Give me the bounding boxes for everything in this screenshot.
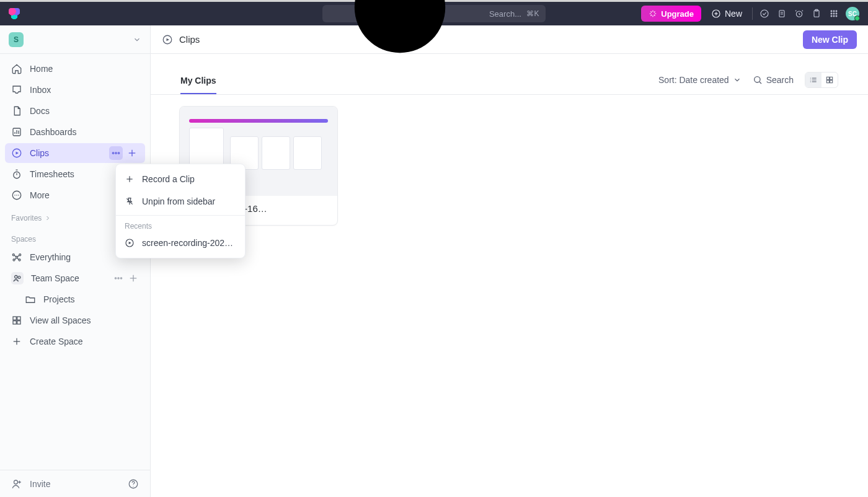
nav-docs[interactable]: Docs: [5, 101, 145, 121]
view-all-spaces[interactable]: View all Spaces: [5, 310, 145, 330]
nav-label: More: [30, 190, 50, 200]
inbox-icon: [11, 84, 22, 95]
svg-point-24: [115, 152, 117, 154]
svg-point-5: [761, 10, 768, 17]
nav-label: Docs: [30, 106, 50, 116]
space-projects[interactable]: Projects: [5, 289, 145, 309]
global-search[interactable]: Search... ⌘K: [322, 5, 546, 22]
workspace-avatar: S: [9, 32, 24, 47]
svg-point-19: [833, 15, 835, 17]
svg-point-34: [12, 254, 14, 256]
toolbar-right: Sort: Date created Search: [658, 72, 838, 94]
nav-dashboards[interactable]: Dashboards: [5, 122, 145, 142]
svg-rect-46: [17, 317, 20, 320]
svg-point-41: [118, 278, 119, 279]
search-icon: [329, 0, 484, 91]
apps-grid-icon[interactable]: [828, 8, 839, 19]
new-clip-button[interactable]: New Clip: [803, 30, 857, 49]
clips-icon: [11, 147, 22, 159]
new-button[interactable]: New: [707, 6, 746, 22]
space-label: Team Space: [31, 273, 79, 283]
dots-horizontal-icon[interactable]: [113, 273, 124, 284]
nav-home[interactable]: Home: [5, 59, 145, 79]
svg-rect-65: [826, 81, 829, 83]
section-label: Favorites: [11, 214, 42, 222]
svg-point-18: [831, 15, 832, 17]
user-avatar[interactable]: SC: [846, 7, 859, 20]
svg-point-0: [355, 0, 445, 53]
svg-point-31: [16, 195, 17, 196]
top-bar: Search... ⌘K Upgrade New SC: [0, 2, 868, 25]
workspace-switcher[interactable]: S: [0, 25, 150, 54]
add-clip-button[interactable]: [125, 146, 139, 160]
people-icon: [11, 272, 24, 284]
list-view-button[interactable]: [805, 73, 822, 87]
svg-point-55: [754, 77, 760, 82]
svg-point-23: [112, 152, 113, 154]
folder-icon: [25, 294, 36, 305]
svg-point-33: [16, 257, 18, 258]
invite-button[interactable]: Invite: [30, 479, 50, 489]
view-toggle: [805, 72, 838, 88]
svg-point-60: [810, 78, 811, 79]
svg-point-25: [118, 152, 119, 154]
search-shortcut: ⌘K: [526, 9, 539, 18]
notepad-icon[interactable]: [776, 8, 787, 19]
grid-view-button[interactable]: [822, 73, 838, 87]
app-logo-icon[interactable]: [9, 8, 20, 19]
recent-clip-item[interactable]: screen-recording-2024…: [116, 232, 245, 254]
create-space[interactable]: Create Space: [5, 332, 145, 351]
page-title: Clips: [179, 34, 200, 45]
main: Clips New Clip My Clips Sort: Date creat…: [151, 25, 868, 497]
tab-my-clips[interactable]: My Clips: [180, 76, 216, 94]
list-icon: [809, 76, 818, 84]
svg-rect-48: [17, 321, 20, 324]
topbar-right: Upgrade New SC: [641, 6, 859, 22]
nav-clips-actions: [109, 146, 139, 160]
clipboard-icon[interactable]: [811, 8, 822, 19]
svg-point-16: [833, 13, 835, 14]
menu-record-clip[interactable]: Record a Clip: [116, 168, 245, 190]
check-circle-icon[interactable]: [759, 8, 770, 19]
svg-point-42: [120, 278, 122, 279]
nav-inbox[interactable]: Inbox: [5, 80, 145, 100]
svg-point-38: [15, 276, 18, 279]
more-menu-button[interactable]: [109, 146, 123, 160]
plus-icon: [126, 147, 138, 159]
menu-divider: [116, 215, 245, 216]
page-header: Clips New Clip: [151, 25, 868, 54]
menu-unpin[interactable]: Unpin from sidebar: [116, 190, 245, 213]
clips-search-button[interactable]: Search: [753, 75, 794, 85]
svg-point-15: [831, 13, 832, 14]
svg-point-53: [133, 486, 133, 486]
new-clip-label: New Clip: [812, 35, 848, 45]
section-label: Spaces: [11, 235, 36, 244]
svg-point-36: [13, 259, 15, 261]
chevron-down-icon: [733, 76, 742, 84]
clips-context-menu: Record a Clip Unpin from sidebar Recents…: [115, 164, 246, 258]
nav-label: Dashboards: [30, 127, 77, 137]
chevron-right-icon: [44, 214, 51, 222]
menu-label: Record a Clip: [142, 174, 195, 184]
svg-point-61: [810, 79, 811, 80]
toolbar: My Clips Sort: Date created Search: [151, 54, 868, 95]
alarm-icon[interactable]: [794, 8, 805, 19]
plus-icon[interactable]: [128, 273, 139, 284]
svg-rect-47: [13, 321, 16, 324]
sort-button[interactable]: Sort: Date created: [658, 75, 742, 85]
network-icon: [11, 252, 22, 263]
doc-icon: [11, 105, 22, 117]
svg-rect-64: [830, 77, 833, 79]
recent-clip-title: screen-recording-2024…: [142, 238, 235, 248]
menu-label: Unpin from sidebar: [142, 196, 215, 206]
space-team-space[interactable]: Team Space: [5, 268, 145, 288]
clips-grid: g-2024-05-05-16…: [151, 95, 868, 237]
help-circle-icon[interactable]: [128, 478, 139, 490]
space-actions: [113, 273, 139, 284]
upgrade-button[interactable]: Upgrade: [641, 6, 701, 22]
sort-label: Sort: Date created: [658, 75, 729, 85]
svg-line-1: [436, 43, 465, 72]
svg-point-62: [810, 81, 811, 82]
nav-clips[interactable]: Clips: [5, 143, 145, 163]
clips-icon: [162, 34, 173, 45]
